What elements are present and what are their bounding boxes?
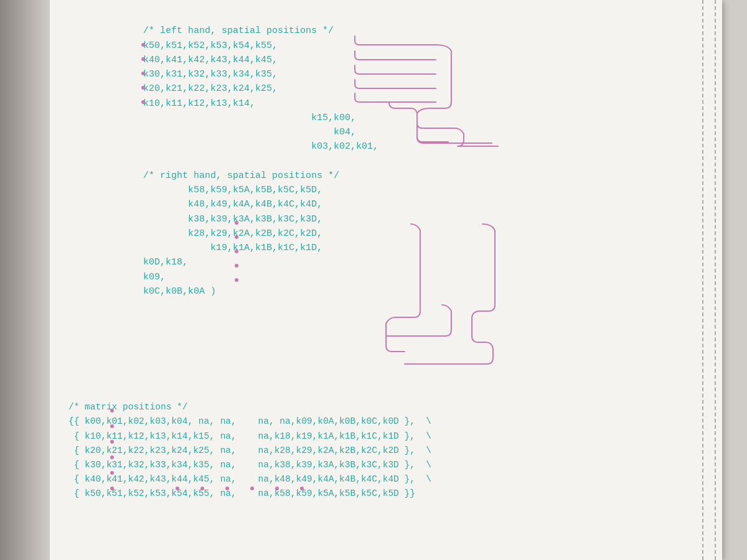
matrix-row-2: { k10,k11,k12,k13,k14,k15, na, na,k18,k1… xyxy=(68,431,431,441)
matrix-row-1: {{ k00,k01,k02,k03,k04, na, na, na, na,k… xyxy=(68,416,431,426)
matrix-comment: /* matrix positions */ xyxy=(68,402,187,412)
left-hand-comment: /* left hand, spatial positions */ xyxy=(143,26,334,36)
left-hand-row-1: k50,k51,k52,k53,k54,k55, xyxy=(143,40,278,51)
matrix-row-4: { k30,k31,k32,k33,k34,k35, na, na,k38,k3… xyxy=(68,460,431,470)
right-hand-comment: /* right hand, spatial positions */ xyxy=(143,170,339,181)
left-hand-row-2: k40,k41,k42,k43,k44,k45, xyxy=(143,55,278,65)
right-hand-extra-3: k0C,k0B,k0A ) xyxy=(143,286,216,297)
right-hand-row-5: k19,k1A,k1B,k1C,k1D, xyxy=(143,243,322,253)
matrix-section: /* matrix positions */ {{ k00,k01,k02,k0… xyxy=(68,386,431,516)
right-hand-row-1: k58,k59,k5A,k5B,k5C,k5D, xyxy=(143,185,322,195)
page: /* left hand, spatial positions */ k50,k… xyxy=(50,0,722,560)
left-hand-row-3: k30,k31,k32,k33,k34,k35, xyxy=(143,69,278,80)
left-hand-row-4: k20,k21,k22,k23,k24,k25, xyxy=(143,83,278,94)
right-hand-row-4: k28,k29,k2A,k2B,k2C,k2D, xyxy=(143,228,322,239)
page-edge xyxy=(0,0,50,560)
matrix-row-5: { k40,k41,k42,k43,k44,k45, na, na,k48,k4… xyxy=(68,474,431,484)
left-hand-extra-1: k15,k00, xyxy=(143,113,356,123)
right-hand-row-3: k38,k39,k3A,k3B,k3C,k3D, xyxy=(143,214,322,225)
margin-lines xyxy=(685,0,722,560)
code-content: /* left hand, spatial positions */ k50,k… xyxy=(143,9,378,313)
matrix-row-6: { k50,k51,k52,k53,k54,k55, na, na,k58,k5… xyxy=(68,488,415,498)
right-hand-extra-1: k0D,k18, xyxy=(143,257,188,268)
matrix-row-3: { k20,k21,k22,k23,k24,k25, na, na,k28,k2… xyxy=(68,446,431,455)
right-hand-extra-2: k09, xyxy=(143,272,166,282)
left-hand-row-5: k10,k11,k12,k13,k14, xyxy=(143,98,255,109)
left-hand-extra-2: k04, xyxy=(143,127,356,138)
right-hand-row-2: k48,k49,k4A,k4B,k4C,k4D, xyxy=(143,199,322,210)
left-hand-extra-3: k03,k02,k01, xyxy=(143,141,378,152)
